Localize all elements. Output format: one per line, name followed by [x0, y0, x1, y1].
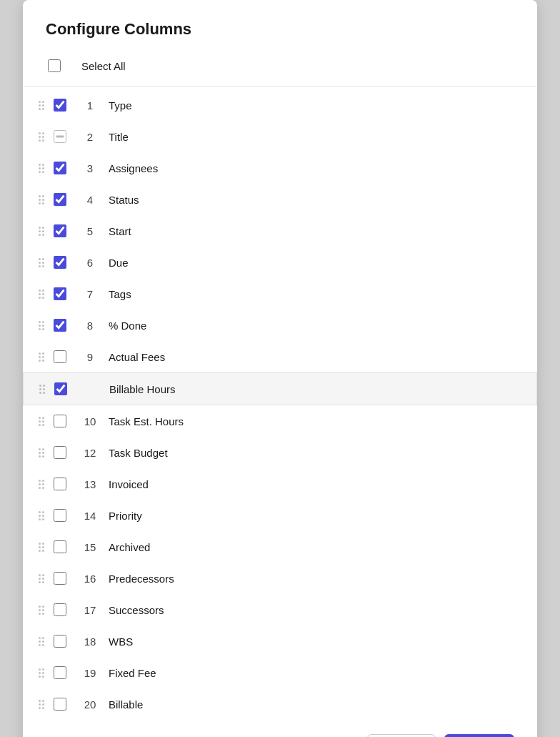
select-all-row: Select All — [23, 50, 537, 86]
column-checkbox-wrap[interactable] — [51, 348, 69, 365]
column-checkbox[interactable] — [54, 666, 66, 679]
column-name: Archived — [109, 541, 526, 553]
column-checkbox[interactable] — [54, 256, 66, 269]
column-checkbox-wrap[interactable] — [51, 601, 69, 618]
drag-handle-icon[interactable] — [34, 445, 49, 460]
column-item: 18WBS — [23, 625, 537, 657]
select-all-checkbox-wrap[interactable] — [46, 57, 63, 74]
column-checkbox[interactable] — [54, 415, 66, 427]
column-checkbox-wrap[interactable] — [51, 317, 69, 334]
column-name: Predecessors — [109, 573, 526, 585]
column-name: WBS — [109, 635, 526, 648]
drag-handle-icon[interactable] — [34, 477, 49, 492]
column-name: Title — [109, 131, 526, 143]
column-checkbox-wrap[interactable] — [51, 538, 69, 555]
column-item: 3Assignees — [23, 152, 537, 184]
apply-button[interactable]: Apply — [444, 734, 514, 737]
column-checkbox-wrap[interactable] — [51, 475, 69, 493]
column-checkbox[interactable] — [54, 446, 66, 459]
drag-handle-icon[interactable] — [34, 634, 49, 649]
column-item: 8% Done — [23, 310, 537, 341]
column-checkbox[interactable] — [54, 382, 67, 395]
column-number: 7 — [80, 288, 100, 300]
drag-handle-icon[interactable] — [34, 414, 49, 429]
drag-handle-icon[interactable] — [34, 666, 49, 681]
column-item: 17Successors — [23, 594, 537, 625]
column-checkbox[interactable] — [54, 193, 66, 206]
column-checkbox-wrap[interactable] — [51, 696, 69, 713]
column-checkbox-wrap[interactable] — [51, 570, 69, 587]
column-list: 1Type 2Title 3Assignees 4Status 5Start 6… — [23, 86, 537, 723]
drag-handle-icon[interactable] — [34, 318, 49, 333]
drag-handle-icon[interactable] — [34, 508, 49, 523]
column-name: Successors — [109, 604, 526, 616]
dialog-header: Configure Columns — [23, 0, 537, 50]
dialog-footer: Cancel Apply — [23, 723, 537, 737]
column-checkbox[interactable] — [54, 319, 66, 332]
column-checkbox[interactable] — [54, 350, 66, 363]
column-name: Invoiced — [109, 478, 526, 490]
column-checkbox-wrap[interactable] — [51, 191, 69, 208]
column-checkbox[interactable] — [54, 698, 66, 711]
column-checkbox[interactable] — [54, 130, 66, 143]
column-checkbox-wrap[interactable] — [51, 664, 69, 681]
column-number: 2 — [80, 131, 100, 143]
cancel-button[interactable]: Cancel — [367, 734, 436, 737]
column-name: Assignees — [109, 162, 526, 174]
column-item: 1Type — [23, 89, 537, 121]
dialog-title: Configure Columns — [46, 20, 514, 39]
column-checkbox[interactable] — [54, 478, 66, 490]
column-checkbox-wrap[interactable] — [51, 507, 69, 524]
column-name: Billable Hours — [109, 383, 525, 395]
drag-handle-icon[interactable] — [34, 350, 49, 365]
drag-handle-icon[interactable] — [34, 255, 49, 270]
column-checkbox[interactable] — [54, 572, 66, 585]
column-name: Due — [109, 257, 526, 269]
column-number: 1 — [80, 99, 100, 112]
column-checkbox[interactable] — [54, 224, 66, 237]
select-all-label[interactable]: Select All — [81, 60, 126, 72]
drag-handle-icon[interactable] — [34, 192, 49, 207]
column-checkbox[interactable] — [54, 162, 66, 174]
column-checkbox-wrap[interactable] — [51, 444, 69, 461]
column-name: % Done — [109, 320, 526, 332]
column-checkbox-wrap[interactable] — [51, 412, 69, 430]
column-checkbox-wrap[interactable] — [52, 380, 69, 397]
drag-handle-icon[interactable] — [34, 224, 49, 239]
column-number: 9 — [80, 351, 100, 363]
column-checkbox-wrap[interactable] — [51, 285, 69, 302]
column-checkbox-wrap[interactable] — [51, 128, 69, 145]
column-number: 10 — [80, 415, 100, 427]
drag-handle-icon[interactable] — [34, 161, 49, 176]
column-number: 20 — [80, 698, 100, 711]
column-name: Task Est. Hours — [109, 415, 526, 427]
column-checkbox[interactable] — [54, 540, 66, 553]
column-number: 18 — [80, 635, 100, 648]
column-checkbox[interactable] — [54, 509, 66, 522]
select-all-checkbox[interactable] — [48, 59, 61, 72]
column-checkbox-wrap[interactable] — [51, 633, 69, 650]
column-name: Fixed Fee — [109, 667, 526, 679]
drag-handle-icon[interactable] — [35, 382, 49, 397]
drag-handle-icon[interactable] — [34, 287, 49, 302]
column-item: 7Tags — [23, 278, 537, 310]
column-checkbox-wrap[interactable] — [51, 159, 69, 177]
drag-handle-icon[interactable] — [34, 129, 49, 144]
drag-handle-icon[interactable] — [34, 98, 49, 113]
column-item: 15Archived — [23, 531, 537, 563]
column-checkbox[interactable] — [54, 635, 66, 648]
drag-handle-icon[interactable] — [34, 540, 49, 555]
column-checkbox[interactable] — [54, 287, 66, 300]
column-checkbox-wrap[interactable] — [51, 97, 69, 114]
column-item: 2Title — [23, 121, 537, 152]
drag-handle-icon[interactable] — [34, 697, 49, 712]
column-checkbox-wrap[interactable] — [51, 222, 69, 239]
drag-handle-icon[interactable] — [34, 603, 49, 618]
column-checkbox-wrap[interactable] — [51, 254, 69, 271]
column-name: Tags — [109, 288, 526, 300]
column-checkbox[interactable] — [54, 603, 66, 616]
drag-handle-icon[interactable] — [34, 571, 49, 586]
column-checkbox[interactable] — [54, 99, 66, 112]
column-item: 16Predecessors — [23, 563, 537, 594]
column-item: 19Fixed Fee — [23, 657, 537, 688]
